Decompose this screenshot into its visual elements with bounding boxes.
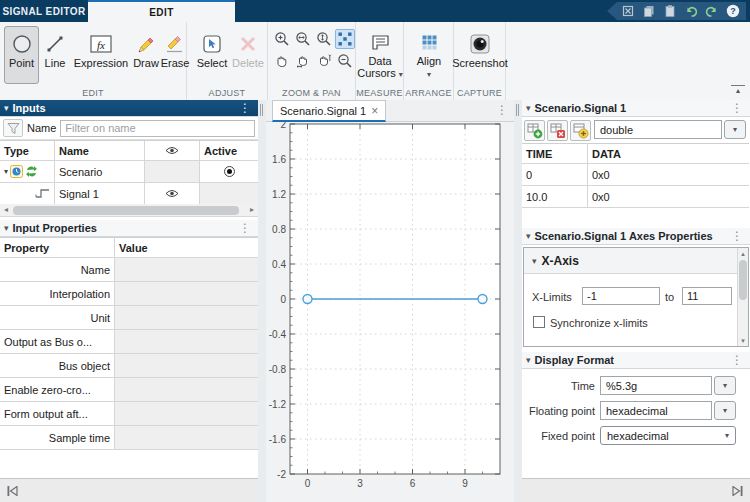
- line-button[interactable]: Line: [40, 26, 70, 84]
- datatype-dropdown-button[interactable]: ▾: [724, 120, 746, 139]
- property-value-cell[interactable]: [115, 354, 258, 378]
- fit-to-view-button[interactable]: [335, 29, 355, 49]
- plot-tab-scenario-signal1[interactable]: Scenario.Signal 1 ×: [272, 100, 386, 122]
- plot-panel-menu-icon[interactable]: ⋮: [496, 103, 508, 117]
- signal-chart[interactable]: 0369-2-1.6-1.2-0.8-0.400.40.81.21.62: [266, 122, 514, 502]
- zoom-out-button[interactable]: [335, 51, 355, 71]
- scenario-type-cell[interactable]: ▾: [0, 161, 55, 183]
- property-value-cell[interactable]: [115, 402, 258, 426]
- filter-button[interactable]: [3, 119, 23, 137]
- expand-arrow-icon[interactable]: ▾: [4, 167, 8, 176]
- collapse-arrow-icon[interactable]: ▾: [526, 355, 531, 365]
- time-cell[interactable]: 0: [522, 164, 588, 186]
- scroll-up-icon[interactable]: ▴: [738, 248, 748, 259]
- align-button[interactable]: Align ▾: [410, 26, 448, 84]
- signal-type-cell[interactable]: [0, 183, 55, 205]
- input-properties-menu-icon[interactable]: ⋮: [236, 221, 254, 235]
- scenario-name-cell[interactable]: Scenario: [55, 161, 145, 183]
- synchronize-x-limits-checkbox[interactable]: [533, 316, 545, 328]
- erase-button[interactable]: Erase: [160, 26, 190, 84]
- inputs-menu-icon[interactable]: ⋮: [236, 101, 254, 115]
- collapse-arrow-icon[interactable]: ▾: [532, 256, 537, 266]
- delete-row-button[interactable]: [547, 120, 568, 141]
- scroll-left-icon[interactable]: ◂: [0, 204, 12, 216]
- display-format-menu-icon[interactable]: ⋮: [728, 353, 746, 367]
- right-splitter[interactable]: [514, 100, 522, 502]
- time-format-combo[interactable]: %5.3g: [600, 376, 712, 395]
- redo-icon[interactable]: [705, 4, 719, 18]
- active-radio-selected[interactable]: [224, 166, 235, 177]
- property-value-cell[interactable]: [115, 378, 258, 402]
- display-format-header[interactable]: ▾ Display Format ⋮: [522, 352, 750, 369]
- collapse-arrow-icon[interactable]: ▾: [4, 223, 9, 233]
- collapse-panel-left-icon[interactable]: [7, 486, 18, 496]
- collapse-arrow-icon[interactable]: ▾: [4, 103, 9, 113]
- data-cell[interactable]: 0x0: [588, 186, 749, 208]
- copy-icon[interactable]: [642, 4, 656, 18]
- delete-button[interactable]: Delete: [231, 26, 265, 84]
- zoom-in-y-button[interactable]: [314, 29, 334, 49]
- property-value-cell[interactable]: [115, 306, 258, 330]
- axes-properties-header[interactable]: ▾ Scenario.Signal 1 Axes Properties ⋮: [522, 228, 750, 245]
- left-splitter[interactable]: [258, 100, 266, 502]
- data-cursors-button[interactable]: Data Cursors ▾: [358, 26, 402, 84]
- time-format-dropdown-button[interactable]: ▾: [714, 376, 736, 395]
- column-header-type[interactable]: Type: [0, 141, 55, 161]
- column-header-name[interactable]: Name: [55, 141, 145, 161]
- collapse-arrow-icon[interactable]: ▾: [526, 103, 531, 113]
- close-tab-icon[interactable]: ×: [371, 104, 378, 118]
- column-header-data[interactable]: DATA: [588, 144, 749, 164]
- zoom-in-x-button[interactable]: [293, 29, 313, 49]
- axes-scrollbar[interactable]: ▴ ▾: [737, 248, 748, 346]
- x-max-input[interactable]: [682, 287, 732, 305]
- filter-input[interactable]: [60, 120, 255, 137]
- x-min-input[interactable]: [582, 287, 660, 305]
- fixed-point-dropdown[interactable]: hexadecimal ▾: [600, 426, 736, 445]
- floating-point-combo[interactable]: hexadecimal: [600, 401, 712, 420]
- paste-icon[interactable]: [663, 4, 677, 18]
- undo-icon[interactable]: [684, 4, 698, 18]
- pan-button[interactable]: [272, 51, 292, 71]
- inputs-panel-header[interactable]: ▾ Inputs ⋮: [0, 100, 258, 117]
- scroll-right-icon[interactable]: ▸: [246, 204, 258, 216]
- scroll-down-icon[interactable]: ▾: [738, 335, 748, 346]
- data-cell[interactable]: 0x0: [588, 164, 749, 186]
- x-axis-section-header[interactable]: ▾ X-Axis: [524, 248, 737, 274]
- collapse-panel-right-icon[interactable]: [732, 486, 743, 496]
- property-value-cell[interactable]: [115, 330, 258, 354]
- screenshot-button[interactable]: Screenshot: [454, 26, 506, 84]
- insert-signal-button[interactable]: [570, 120, 591, 141]
- property-value-cell[interactable]: [115, 426, 258, 450]
- time-cell[interactable]: 10.0: [522, 186, 588, 208]
- signal-panel-header[interactable]: ▾ Scenario.Signal 1 ⋮: [522, 100, 750, 117]
- inputs-horizontal-scrollbar[interactable]: ◂ ▸: [0, 204, 258, 217]
- floating-point-dropdown-button[interactable]: ▾: [714, 401, 736, 420]
- signal-panel-menu-icon[interactable]: ⋮: [728, 101, 746, 115]
- axes-properties-menu-icon[interactable]: ⋮: [728, 229, 746, 243]
- property-value-cell[interactable]: [115, 258, 258, 282]
- add-row-button[interactable]: [524, 120, 545, 141]
- input-properties-header[interactable]: ▾ Input Properties ⋮: [0, 220, 258, 237]
- column-header-visibility[interactable]: [145, 141, 200, 161]
- collapse-arrow-icon[interactable]: ▾: [526, 231, 531, 241]
- select-button[interactable]: Select: [193, 26, 231, 84]
- column-header-value[interactable]: Value: [115, 238, 258, 258]
- collapse-toolstrip-button[interactable]: ▴: [731, 85, 745, 96]
- expression-button[interactable]: fx Expression: [71, 26, 131, 84]
- column-header-time[interactable]: TIME: [522, 144, 588, 164]
- signal-name-cell[interactable]: Signal 1: [55, 183, 145, 205]
- help-icon[interactable]: ?: [726, 4, 740, 18]
- scrollbar-thumb[interactable]: [13, 206, 239, 215]
- signal-visibility-cell[interactable]: [145, 183, 200, 205]
- column-header-property[interactable]: Property: [0, 238, 115, 258]
- scenario-active-cell[interactable]: [200, 161, 258, 183]
- point-button[interactable]: Point: [4, 26, 39, 84]
- property-value-cell[interactable]: [115, 282, 258, 306]
- zoom-in-button[interactable]: [272, 29, 292, 49]
- tab-signal-editor[interactable]: SIGNAL EDITOR: [0, 0, 88, 22]
- column-header-active[interactable]: Active: [200, 141, 258, 161]
- tab-edit[interactable]: EDIT: [88, 0, 235, 22]
- datatype-combo[interactable]: double: [594, 120, 722, 139]
- pan-x-button[interactable]: [293, 51, 313, 71]
- scrollbar-thumb[interactable]: [739, 260, 747, 300]
